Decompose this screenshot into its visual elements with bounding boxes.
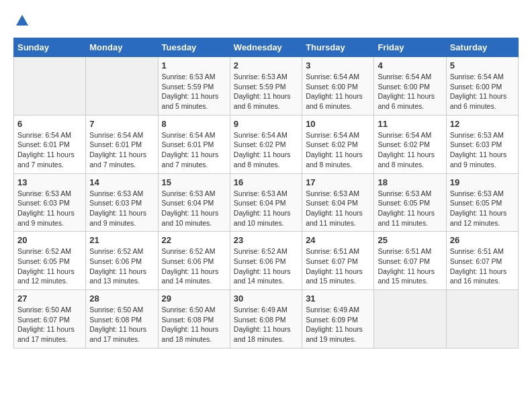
day-info: Sunrise: 6:53 AM Sunset: 6:03 PM Dayligh…	[450, 130, 515, 170]
calendar-cell: 12Sunrise: 6:53 AM Sunset: 6:03 PM Dayli…	[446, 115, 518, 173]
day-info: Sunrise: 6:51 AM Sunset: 6:07 PM Dayligh…	[378, 246, 442, 286]
day-info: Sunrise: 6:53 AM Sunset: 6:05 PM Dayligh…	[450, 189, 515, 228]
day-number: 3	[306, 60, 370, 71]
calendar-cell: 26Sunrise: 6:51 AM Sunset: 6:07 PM Dayli…	[446, 232, 518, 290]
day-info: Sunrise: 6:50 AM Sunset: 6:08 PM Dayligh…	[89, 305, 154, 345]
day-number: 2	[234, 60, 298, 71]
day-info: Sunrise: 6:54 AM Sunset: 6:01 PM Dayligh…	[162, 130, 226, 170]
day-number: 16	[234, 177, 298, 187]
day-info: Sunrise: 6:52 AM Sunset: 6:06 PM Dayligh…	[162, 246, 226, 286]
day-info: Sunrise: 6:54 AM Sunset: 6:00 PM Dayligh…	[378, 72, 442, 111]
dow-header: Monday	[86, 38, 158, 57]
calendar-cell: 21Sunrise: 6:52 AM Sunset: 6:06 PM Dayli…	[86, 232, 158, 290]
dow-header: Sunday	[14, 38, 86, 57]
day-info: Sunrise: 6:54 AM Sunset: 6:02 PM Dayligh…	[378, 130, 442, 170]
day-number: 17	[306, 177, 370, 187]
day-number: 21	[89, 235, 154, 245]
day-info: Sunrise: 6:50 AM Sunset: 6:07 PM Dayligh…	[17, 305, 82, 345]
day-number: 15	[162, 177, 226, 187]
calendar-cell: 27Sunrise: 6:50 AM Sunset: 6:07 PM Dayli…	[14, 290, 86, 349]
day-info: Sunrise: 6:52 AM Sunset: 6:05 PM Dayligh…	[17, 246, 82, 286]
calendar-cell	[86, 57, 158, 116]
day-number: 7	[89, 119, 154, 129]
calendar-cell: 20Sunrise: 6:52 AM Sunset: 6:05 PM Dayli…	[14, 232, 86, 290]
day-info: Sunrise: 6:53 AM Sunset: 5:59 PM Dayligh…	[162, 72, 226, 111]
day-number: 24	[306, 235, 370, 245]
day-number: 11	[378, 119, 442, 129]
calendar-cell: 14Sunrise: 6:53 AM Sunset: 6:03 PM Dayli…	[86, 173, 158, 232]
day-info: Sunrise: 6:50 AM Sunset: 6:08 PM Dayligh…	[162, 305, 226, 345]
calendar-cell: 15Sunrise: 6:53 AM Sunset: 6:04 PM Dayli…	[158, 173, 230, 232]
calendar-cell: 23Sunrise: 6:52 AM Sunset: 6:06 PM Dayli…	[230, 232, 302, 290]
day-number: 19	[450, 177, 515, 187]
day-info: Sunrise: 6:53 AM Sunset: 6:03 PM Dayligh…	[89, 189, 154, 228]
page-header	[13, 13, 519, 31]
dow-header: Saturday	[446, 38, 518, 57]
calendar-cell: 19Sunrise: 6:53 AM Sunset: 6:05 PM Dayli…	[446, 173, 518, 232]
day-info: Sunrise: 6:49 AM Sunset: 6:09 PM Dayligh…	[306, 305, 370, 345]
day-number: 22	[162, 235, 226, 245]
calendar-cell: 28Sunrise: 6:50 AM Sunset: 6:08 PM Dayli…	[86, 290, 158, 349]
day-info: Sunrise: 6:52 AM Sunset: 6:06 PM Dayligh…	[234, 246, 298, 286]
day-info: Sunrise: 6:53 AM Sunset: 6:04 PM Dayligh…	[234, 189, 298, 228]
calendar-cell: 17Sunrise: 6:53 AM Sunset: 6:04 PM Dayli…	[302, 173, 374, 232]
day-number: 10	[306, 119, 370, 129]
day-number: 31	[306, 293, 370, 304]
day-info: Sunrise: 6:53 AM Sunset: 6:03 PM Dayligh…	[17, 189, 82, 228]
day-number: 25	[378, 235, 442, 245]
day-info: Sunrise: 6:54 AM Sunset: 6:00 PM Dayligh…	[306, 72, 370, 111]
calendar-cell: 10Sunrise: 6:54 AM Sunset: 6:02 PM Dayli…	[302, 115, 374, 173]
day-number: 5	[450, 60, 515, 71]
day-number: 27	[17, 293, 82, 304]
calendar-cell: 31Sunrise: 6:49 AM Sunset: 6:09 PM Dayli…	[302, 290, 374, 349]
calendar-cell: 7Sunrise: 6:54 AM Sunset: 6:01 PM Daylig…	[86, 115, 158, 173]
calendar-cell: 30Sunrise: 6:49 AM Sunset: 6:08 PM Dayli…	[230, 290, 302, 349]
calendar-table: SundayMondayTuesdayWednesdayThursdayFrid…	[13, 38, 519, 349]
logo-icon	[15, 13, 30, 28]
day-number: 6	[17, 119, 82, 129]
day-number: 28	[89, 293, 154, 304]
day-number: 4	[378, 60, 442, 71]
day-info: Sunrise: 6:54 AM Sunset: 6:01 PM Dayligh…	[89, 130, 154, 170]
day-info: Sunrise: 6:54 AM Sunset: 6:02 PM Dayligh…	[234, 130, 298, 170]
calendar-cell: 5Sunrise: 6:54 AM Sunset: 6:00 PM Daylig…	[446, 57, 518, 116]
day-info: Sunrise: 6:52 AM Sunset: 6:06 PM Dayligh…	[89, 246, 154, 286]
day-number: 30	[234, 293, 298, 304]
day-info: Sunrise: 6:51 AM Sunset: 6:07 PM Dayligh…	[306, 246, 370, 286]
day-info: Sunrise: 6:54 AM Sunset: 6:01 PM Dayligh…	[17, 130, 82, 170]
day-number: 1	[162, 60, 226, 71]
day-info: Sunrise: 6:51 AM Sunset: 6:07 PM Dayligh…	[450, 246, 515, 286]
day-number: 26	[450, 235, 515, 245]
calendar-cell: 8Sunrise: 6:54 AM Sunset: 6:01 PM Daylig…	[158, 115, 230, 173]
day-number: 20	[17, 235, 82, 245]
day-number: 8	[162, 119, 226, 129]
calendar-cell: 18Sunrise: 6:53 AM Sunset: 6:05 PM Dayli…	[374, 173, 446, 232]
svg-marker-0	[16, 15, 28, 26]
day-number: 23	[234, 235, 298, 245]
calendar-cell: 13Sunrise: 6:53 AM Sunset: 6:03 PM Dayli…	[14, 173, 86, 232]
calendar-cell: 2Sunrise: 6:53 AM Sunset: 5:59 PM Daylig…	[230, 57, 302, 116]
logo	[13, 13, 30, 31]
day-number: 13	[17, 177, 82, 187]
dow-header: Thursday	[302, 38, 374, 57]
calendar-cell: 24Sunrise: 6:51 AM Sunset: 6:07 PM Dayli…	[302, 232, 374, 290]
calendar-cell: 6Sunrise: 6:54 AM Sunset: 6:01 PM Daylig…	[14, 115, 86, 173]
calendar-cell: 22Sunrise: 6:52 AM Sunset: 6:06 PM Dayli…	[158, 232, 230, 290]
calendar-cell: 11Sunrise: 6:54 AM Sunset: 6:02 PM Dayli…	[374, 115, 446, 173]
calendar-cell: 25Sunrise: 6:51 AM Sunset: 6:07 PM Dayli…	[374, 232, 446, 290]
day-info: Sunrise: 6:54 AM Sunset: 6:02 PM Dayligh…	[306, 130, 370, 170]
calendar-cell: 16Sunrise: 6:53 AM Sunset: 6:04 PM Dayli…	[230, 173, 302, 232]
day-number: 12	[450, 119, 515, 129]
day-number: 9	[234, 119, 298, 129]
day-number: 18	[378, 177, 442, 187]
calendar-cell: 1Sunrise: 6:53 AM Sunset: 5:59 PM Daylig…	[158, 57, 230, 116]
day-number: 14	[89, 177, 154, 187]
calendar-cell: 4Sunrise: 6:54 AM Sunset: 6:00 PM Daylig…	[374, 57, 446, 116]
calendar-cell	[446, 290, 518, 349]
calendar-cell	[374, 290, 446, 349]
dow-header: Friday	[374, 38, 446, 57]
calendar-cell	[14, 57, 86, 116]
day-info: Sunrise: 6:49 AM Sunset: 6:08 PM Dayligh…	[234, 305, 298, 345]
day-info: Sunrise: 6:54 AM Sunset: 6:00 PM Dayligh…	[450, 72, 515, 111]
calendar-cell: 9Sunrise: 6:54 AM Sunset: 6:02 PM Daylig…	[230, 115, 302, 173]
